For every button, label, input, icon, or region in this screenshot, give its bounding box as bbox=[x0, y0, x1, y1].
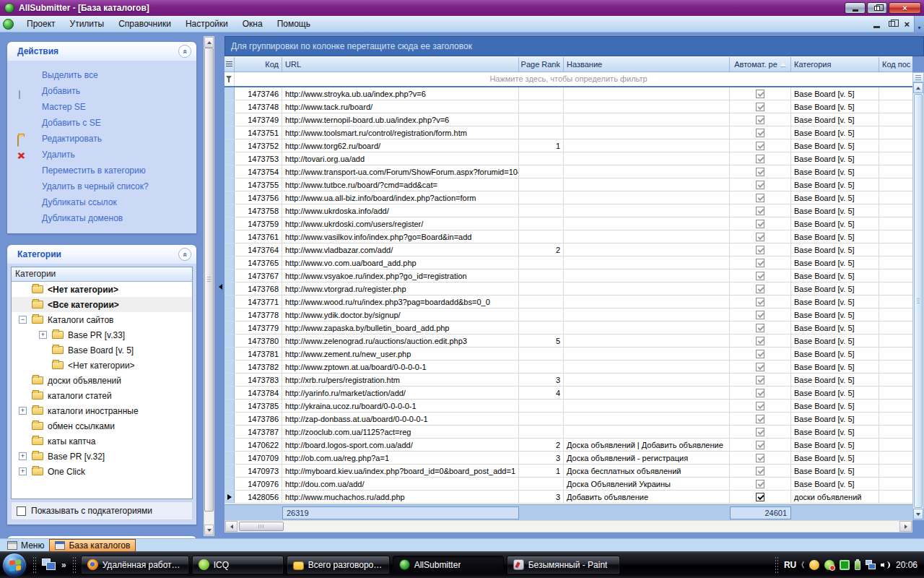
table-row[interactable]: 1473765http://www.vo.com.ua/board_add.ph… bbox=[225, 256, 912, 269]
close-button[interactable]: × bbox=[889, 2, 921, 14]
cell-extra[interactable] bbox=[879, 230, 912, 243]
cell-name[interactable]: Доска объявлений | Добавить объявление bbox=[564, 439, 730, 451]
tree-item[interactable]: +каталоги иностранные bbox=[12, 403, 192, 418]
tree-item[interactable]: каты каптча bbox=[12, 434, 192, 449]
grid-filter-row[interactable]: Нажмите здесь, чтобы определить фильтр bbox=[225, 72, 912, 87]
cell-extra[interactable] bbox=[879, 256, 912, 269]
cell-category[interactable]: Base Board [v. 5] bbox=[791, 309, 879, 321]
column-header-url[interactable]: URL bbox=[282, 57, 519, 72]
cell-extra[interactable] bbox=[879, 217, 912, 230]
cell-name[interactable] bbox=[564, 152, 730, 165]
column-header-code[interactable]: Код bbox=[235, 57, 282, 72]
row-indicator[interactable] bbox=[225, 178, 235, 191]
cell-extra[interactable] bbox=[879, 452, 912, 464]
cell-code[interactable]: 1473771 bbox=[235, 296, 282, 308]
table-row[interactable]: 1473748http://www.tack.ru/board/Base Boa… bbox=[225, 100, 912, 113]
action-item[interactable]: Добавить bbox=[7, 83, 196, 99]
auto-checkbox[interactable] bbox=[756, 129, 764, 137]
cell-auto[interactable] bbox=[730, 100, 791, 113]
cell-url[interactable]: http://www.vtorgrad.ru/register.php bbox=[282, 282, 519, 295]
cell-extra[interactable] bbox=[879, 139, 912, 152]
cell-auto[interactable] bbox=[730, 426, 791, 438]
cell-auto[interactable] bbox=[730, 269, 791, 282]
cell-name[interactable] bbox=[564, 165, 730, 178]
cell-name[interactable] bbox=[564, 269, 730, 282]
scroll-right-button[interactable] bbox=[899, 521, 912, 532]
cell-code[interactable]: 1473754 bbox=[235, 165, 282, 178]
cell-url[interactable]: http://zap-donbass.at.ua/board/0-0-0-0-1 bbox=[282, 413, 519, 425]
cell-pagerank[interactable]: 3 bbox=[519, 374, 564, 386]
cell-pagerank[interactable] bbox=[519, 400, 564, 412]
cell-name[interactable] bbox=[564, 335, 730, 347]
cell-code[interactable]: 1428056 bbox=[235, 491, 282, 503]
row-indicator[interactable] bbox=[225, 191, 235, 204]
auto-checkbox[interactable] bbox=[756, 350, 764, 358]
menu-item-справочники[interactable]: Справочники bbox=[111, 17, 178, 31]
cell-auto[interactable] bbox=[730, 335, 791, 347]
table-row[interactable]: 1473771http://www.wood.ru/ru/index.php3?… bbox=[225, 296, 912, 309]
cell-url[interactable]: http://www.ua.all-biz.info/board/index.p… bbox=[282, 191, 519, 204]
row-indicator[interactable] bbox=[225, 335, 235, 347]
tray-chevron-icon[interactable]: 〈 bbox=[801, 560, 804, 569]
mdi-minimize-button[interactable] bbox=[873, 26, 880, 28]
table-row[interactable]: 1473755http://www.tutbce.ru/board/?cmd=a… bbox=[225, 178, 912, 191]
cell-extra[interactable] bbox=[879, 426, 912, 438]
cell-auto[interactable] bbox=[730, 309, 791, 321]
cell-pagerank[interactable]: 4 bbox=[519, 387, 564, 399]
table-row[interactable]: 1473764http://www.vladbazar.com/add/2Bas… bbox=[225, 243, 912, 256]
auto-checkbox[interactable] bbox=[756, 181, 764, 189]
cell-url[interactable]: http://www.vsyakoe.ru/index.php?go_id=re… bbox=[282, 269, 519, 282]
tray-display-icon[interactable] bbox=[840, 560, 850, 570]
cell-auto[interactable] bbox=[730, 348, 791, 360]
scrollbar-thumb[interactable] bbox=[204, 48, 214, 512]
auto-checkbox[interactable] bbox=[756, 90, 764, 98]
auto-checkbox[interactable] bbox=[756, 324, 764, 332]
cell-code[interactable]: 1470973 bbox=[235, 465, 282, 477]
cell-url[interactable]: http://xrb.ru/pers/registration.htm bbox=[282, 374, 519, 386]
cell-category[interactable]: Base Board [v. 5] bbox=[791, 452, 879, 464]
cell-url[interactable]: http://www.vasilkov.info/index.php?go=Bo… bbox=[282, 230, 519, 243]
table-row[interactable]: 1473754http://www.transport-ua.com/Forum… bbox=[225, 165, 912, 178]
cell-auto[interactable] bbox=[730, 165, 791, 178]
scroll-left-button[interactable] bbox=[225, 521, 237, 532]
table-row[interactable]: 1473751http://www.toolsmart.ru/control/r… bbox=[225, 126, 912, 139]
cell-name[interactable] bbox=[564, 426, 730, 438]
cell-category[interactable]: Base Board [v. 5] bbox=[791, 335, 879, 347]
cell-code[interactable]: 1473756 bbox=[235, 191, 282, 204]
cell-category[interactable]: Base Board [v. 5] bbox=[791, 243, 879, 256]
scroll-down-button[interactable] bbox=[204, 525, 214, 535]
row-indicator[interactable] bbox=[225, 439, 235, 451]
table-row[interactable]: 1473784http://yarinfo.ru/market/action/a… bbox=[225, 387, 912, 400]
table-row[interactable]: 1470973http://myboard.kiev.ua/index.php?… bbox=[225, 465, 912, 478]
taskbar-button-chat[interactable]: Всего разговоров: ... bbox=[287, 556, 390, 574]
cell-pagerank[interactable]: 2 bbox=[519, 243, 564, 256]
cell-auto[interactable] bbox=[730, 256, 791, 269]
cell-code[interactable]: 1473787 bbox=[235, 426, 282, 438]
cell-pagerank[interactable]: 5 bbox=[519, 335, 564, 347]
cell-url[interactable]: http://www.stroyka.ub.ua/index.php?v=6 bbox=[282, 87, 519, 100]
tree-item[interactable]: <Все категории> bbox=[12, 297, 192, 312]
column-header-pr[interactable]: Page Rank bbox=[519, 57, 564, 72]
cell-url[interactable]: http://www.wood.ru/ru/index.php3?pag=boa… bbox=[282, 296, 519, 308]
cell-category[interactable]: Base Board [v. 5] bbox=[791, 126, 879, 139]
cell-code[interactable]: 1473782 bbox=[235, 361, 282, 373]
cell-category[interactable]: Base Board [v. 5] bbox=[791, 296, 879, 308]
tab-menu[interactable]: Меню bbox=[2, 539, 49, 552]
auto-checkbox[interactable] bbox=[756, 480, 764, 488]
row-indicator[interactable] bbox=[225, 387, 235, 399]
cell-url[interactable]: http://www.zptown.at.ua/board/0-0-0-0-1 bbox=[282, 361, 519, 373]
table-row[interactable]: 1473779http://www.zapaska.by/bulletin_bo… bbox=[225, 322, 912, 335]
cell-category[interactable]: Base Board [v. 5] bbox=[791, 256, 879, 269]
row-indicator[interactable] bbox=[225, 400, 235, 412]
battery-icon[interactable] bbox=[855, 561, 860, 570]
cell-category[interactable]: Base Board [v. 5] bbox=[791, 348, 879, 360]
cell-pagerank[interactable] bbox=[519, 165, 564, 178]
cell-name[interactable] bbox=[564, 217, 730, 230]
cell-extra[interactable] bbox=[879, 439, 912, 451]
row-indicator[interactable] bbox=[225, 413, 235, 425]
auto-checkbox[interactable] bbox=[756, 311, 764, 319]
cell-pagerank[interactable]: 3 bbox=[519, 452, 564, 464]
row-indicator[interactable] bbox=[225, 243, 235, 256]
cell-pagerank[interactable]: 1 bbox=[519, 139, 564, 152]
cell-extra[interactable] bbox=[879, 387, 912, 399]
